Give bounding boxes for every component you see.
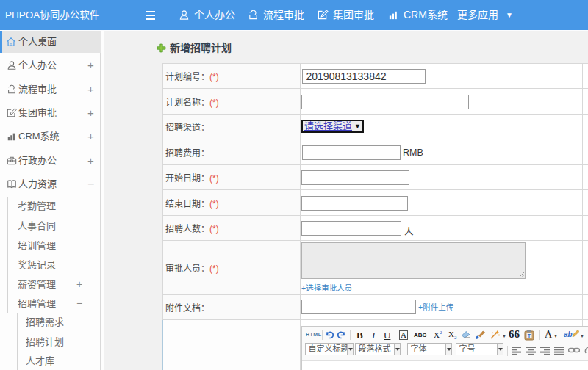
svg-text:T: T	[528, 333, 531, 338]
